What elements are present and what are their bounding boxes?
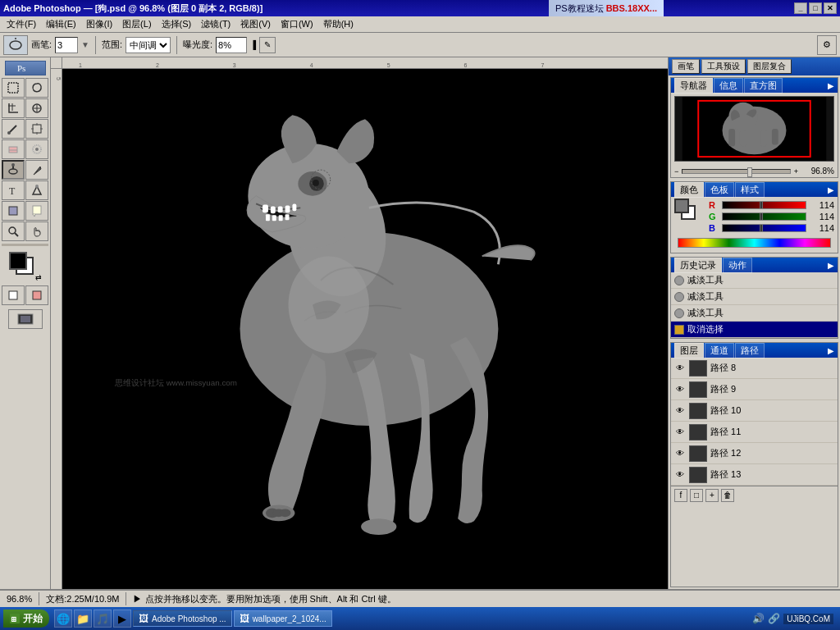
menu-image[interactable]: 图像(I) — [81, 16, 117, 32]
ie-icon[interactable]: 🌐 — [54, 609, 72, 628]
swap-colors[interactable]: ⇄ — [35, 273, 42, 281]
tool-text[interactable]: T — [2, 180, 25, 200]
maximize-button[interactable]: □ — [809, 2, 822, 14]
layer-item-4[interactable]: 👁 路径 11 — [671, 422, 838, 443]
standard-mode[interactable] — [2, 285, 25, 305]
layer-eye-3[interactable]: 👁 — [674, 405, 686, 417]
rainbow-bar[interactable] — [678, 238, 831, 248]
tool-path-select[interactable] — [25, 180, 48, 200]
layer-fx-btn[interactable]: f — [674, 489, 687, 502]
history-item-2[interactable]: 减淡工具 — [671, 289, 838, 305]
tool-eraser[interactable] — [2, 139, 25, 159]
tool-hand[interactable] — [25, 221, 48, 241]
menu-filter[interactable]: 滤镜(T) — [196, 16, 235, 32]
exposure-input[interactable] — [216, 37, 247, 53]
tool-brush[interactable] — [2, 119, 25, 139]
zoom-in-icon[interactable]: + — [794, 167, 798, 176]
b-bar[interactable] — [722, 224, 806, 232]
svg-point-0 — [10, 41, 21, 49]
layers-panel-close[interactable]: ▶ — [828, 346, 834, 355]
layer-item-3[interactable]: 👁 路径 10 — [671, 400, 838, 422]
tab-swatches[interactable]: 色板 — [705, 182, 734, 198]
new-layer-btn[interactable]: + — [705, 489, 719, 502]
r-bar[interactable] — [722, 201, 806, 209]
layer-eye-5[interactable]: 👁 — [674, 448, 686, 459]
taskbar-photoshop-btn[interactable]: 🖼 Adobe Photoshop ... — [133, 610, 232, 627]
tool-healing[interactable] — [25, 98, 48, 118]
tool-blur[interactable] — [25, 139, 48, 159]
history-panel-close[interactable]: ▶ — [828, 261, 834, 270]
tool-pen[interactable] — [25, 160, 48, 180]
layer-eye-6[interactable]: 👁 — [674, 469, 686, 481]
menu-help[interactable]: 帮助(H) — [318, 16, 358, 32]
history-item-3[interactable]: 减淡工具 — [671, 305, 838, 322]
zoom-slider[interactable] — [682, 169, 790, 174]
volume-icon[interactable]: 🔊 — [752, 613, 765, 624]
menu-view[interactable]: 视图(V) — [235, 16, 276, 32]
g-bar[interactable] — [722, 212, 806, 221]
tool-crop[interactable] — [2, 98, 25, 118]
layer-eye-2[interactable]: 👁 — [674, 384, 686, 395]
menu-layer[interactable]: 图层(L) — [117, 16, 156, 32]
screen-mode[interactable] — [8, 309, 43, 329]
doc-info: 文档:2.25M/10.9M — [46, 593, 119, 605]
history-item-1[interactable]: 减淡工具 — [671, 272, 838, 289]
network-icon[interactable]: 🔗 — [768, 613, 780, 624]
layer-comp-btn[interactable]: 图层复合 — [747, 59, 792, 74]
tab-histogram[interactable]: 直方图 — [744, 78, 783, 94]
quick-mask-mode[interactable] — [25, 285, 48, 305]
tool-marquee[interactable] — [2, 78, 25, 98]
brush-panel-btn[interactable]: 画笔 — [672, 59, 700, 74]
airbrush-toggle[interactable]: ✎ — [259, 37, 276, 53]
foreground-color[interactable] — [9, 252, 27, 270]
fg-bg-colors[interactable]: ⇄ — [9, 252, 42, 281]
taskbar-wallpaper-btn[interactable]: 🖼 wallpaper_2_1024... — [234, 610, 332, 627]
tab-info[interactable]: 信息 — [714, 78, 743, 94]
zoom-out-icon[interactable]: − — [674, 167, 678, 176]
layer-item-5[interactable]: 👁 路径 12 — [671, 443, 838, 464]
history-list: 减淡工具 减淡工具 减淡工具 取消选择 — [671, 272, 838, 338]
layer-item-1[interactable]: 👁 路径 8 — [671, 358, 838, 379]
winamp-icon[interactable]: 🎵 — [94, 609, 112, 628]
fg-bg-indicator[interactable] — [674, 199, 702, 223]
brush-down-arrow[interactable]: ▼ — [81, 40, 89, 49]
menu-file[interactable]: 文件(F) — [2, 16, 41, 32]
brush-size-input[interactable] — [55, 37, 78, 53]
canvas-image[interactable]: 思维设计社坛 www.missyuan.com — [62, 69, 668, 589]
tool-dodge[interactable] — [2, 160, 25, 180]
folder-icon[interactable]: 📁 — [74, 609, 92, 628]
fg-swatch[interactable] — [674, 199, 689, 213]
start-button[interactable]: ⊞ 开始 — [3, 609, 49, 628]
color-panel-close[interactable]: ▶ — [828, 185, 834, 194]
menu-window[interactable]: 窗口(W) — [276, 16, 318, 32]
tab-history[interactable]: 历史记录 — [674, 258, 722, 273]
layer-item-6[interactable]: 👁 路径 13 — [671, 464, 838, 486]
tab-navigator[interactable]: 导航器 — [674, 78, 713, 94]
media-icon[interactable]: ▶ — [113, 609, 131, 628]
tool-lasso[interactable] — [25, 78, 48, 98]
menu-edit[interactable]: 编辑(E) — [41, 16, 81, 32]
close-button[interactable]: ✕ — [824, 2, 837, 14]
nav-panel-close[interactable]: ▶ — [828, 81, 834, 90]
range-select[interactable]: 中间调阴影高光 — [126, 37, 171, 53]
tool-zoom[interactable] — [2, 221, 25, 241]
delete-layer-btn[interactable]: 🗑 — [721, 489, 734, 502]
tab-paths[interactable]: 路径 — [735, 343, 765, 358]
options-gear[interactable]: ⚙ — [817, 35, 837, 55]
layer-eye-1[interactable]: 👁 — [674, 363, 686, 374]
tool-shape[interactable] — [2, 201, 25, 221]
menu-select[interactable]: 选择(S) — [157, 16, 197, 32]
tool-notes[interactable] — [25, 201, 48, 221]
minimize-button[interactable]: _ — [794, 2, 807, 14]
layer-eye-4[interactable]: 👁 — [674, 427, 686, 438]
tab-actions[interactable]: 动作 — [723, 258, 752, 273]
layer-item-2[interactable]: 👁 路径 9 — [671, 379, 838, 400]
tab-layers[interactable]: 图层 — [674, 343, 704, 358]
tab-styles[interactable]: 样式 — [735, 182, 765, 198]
history-item-4[interactable]: 取消选择 — [671, 322, 838, 338]
tab-channels[interactable]: 通道 — [705, 343, 734, 358]
tab-color[interactable]: 颜色 — [674, 182, 704, 198]
tool-preset-btn[interactable]: 工具预设 — [701, 59, 746, 74]
layer-mask-btn[interactable]: □ — [690, 489, 703, 502]
tool-clone[interactable] — [25, 119, 48, 139]
